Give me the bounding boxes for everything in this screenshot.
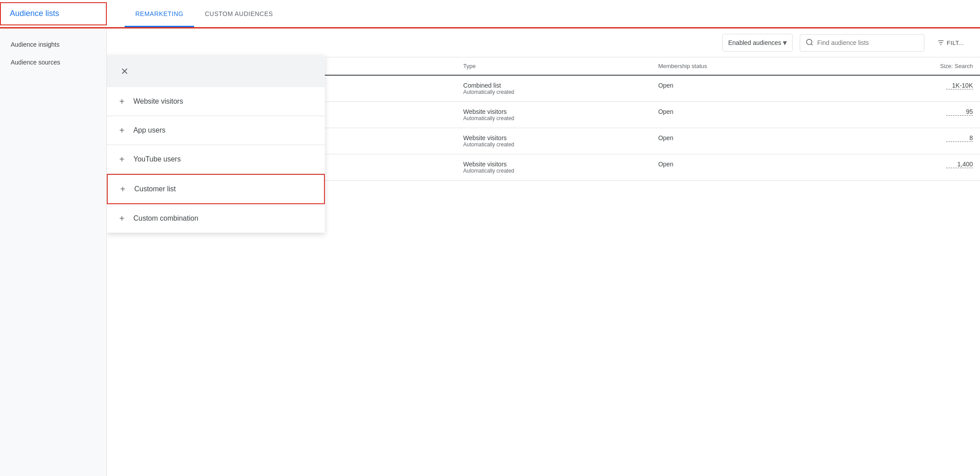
svg-point-0 (807, 39, 812, 44)
toolbar: Enabled audiences ▾ (107, 28, 980, 57)
sidebar-item-audience-insights[interactable]: Audience insights (0, 36, 106, 53)
search-input[interactable] (817, 39, 919, 46)
col-header-size: Size: Search (839, 57, 980, 75)
search-icon (806, 38, 814, 48)
filter-icon (937, 39, 945, 47)
col-header-type: Type (456, 57, 651, 75)
plus-icon: + (120, 185, 126, 194)
dropdown-item-custom-combination[interactable]: + Custom combination (107, 204, 325, 233)
cell-membership: Open (651, 75, 839, 102)
filter-button[interactable]: FILT... (931, 35, 969, 50)
cell-size: 8 (839, 128, 980, 154)
cell-size: 1,400 (839, 154, 980, 181)
dropdown-item-app-users[interactable]: + App users (107, 116, 325, 145)
svg-line-1 (811, 44, 813, 45)
sidebar-title-area: Audience lists (0, 2, 107, 25)
top-bar: Audience lists REMARKETING CUSTOM AUDIEN… (0, 0, 980, 28)
plus-icon: + (119, 97, 125, 106)
tab-custom-audiences[interactable]: CUSTOM AUDIENCES (194, 0, 283, 27)
audience-type-dropdown: + Website visitors + App users + YouTube… (107, 55, 325, 233)
dropdown-items-list: + Website visitors + App users + YouTube… (107, 87, 325, 233)
cell-membership: Open (651, 102, 839, 128)
tabs-area: REMARKETING CUSTOM AUDIENCES (107, 0, 980, 27)
close-button[interactable] (117, 64, 132, 78)
dropdown-item-website-visitors[interactable]: + Website visitors (107, 87, 325, 116)
cell-membership: Open (651, 154, 839, 181)
cell-size: 95 (839, 102, 980, 128)
cell-type: Website visitors Automatically created (456, 102, 651, 128)
sidebar-item-audience-sources[interactable]: Audience sources (0, 53, 106, 71)
search-box (800, 34, 924, 52)
dropdown-header (107, 55, 325, 87)
cell-size: 1K-10K (839, 75, 980, 102)
cell-type: Combined list Automatically created (456, 75, 651, 102)
plus-icon: + (119, 214, 125, 223)
cell-membership: Open (651, 128, 839, 154)
content-area: Enabled audiences ▾ (107, 28, 980, 476)
dropdown-item-customer-list[interactable]: + Customer list (107, 174, 325, 204)
cell-type: Website visitors Automatically created (456, 128, 651, 154)
page-title: Audience lists (10, 9, 59, 18)
plus-icon: + (119, 126, 125, 135)
enabled-audiences-dropdown[interactable]: Enabled audiences ▾ (722, 34, 793, 52)
cell-type: Website visitors Automatically created (456, 154, 651, 181)
plus-icon: + (119, 155, 125, 164)
dropdown-item-youtube-users[interactable]: + YouTube users (107, 145, 325, 174)
main-layout: Audience insights Audience sources Enabl… (0, 28, 980, 476)
col-header-membership: Membership status (651, 57, 839, 75)
sidebar: Audience insights Audience sources (0, 28, 107, 476)
chevron-down-icon: ▾ (783, 38, 787, 48)
tab-remarketing[interactable]: REMARKETING (125, 0, 194, 27)
